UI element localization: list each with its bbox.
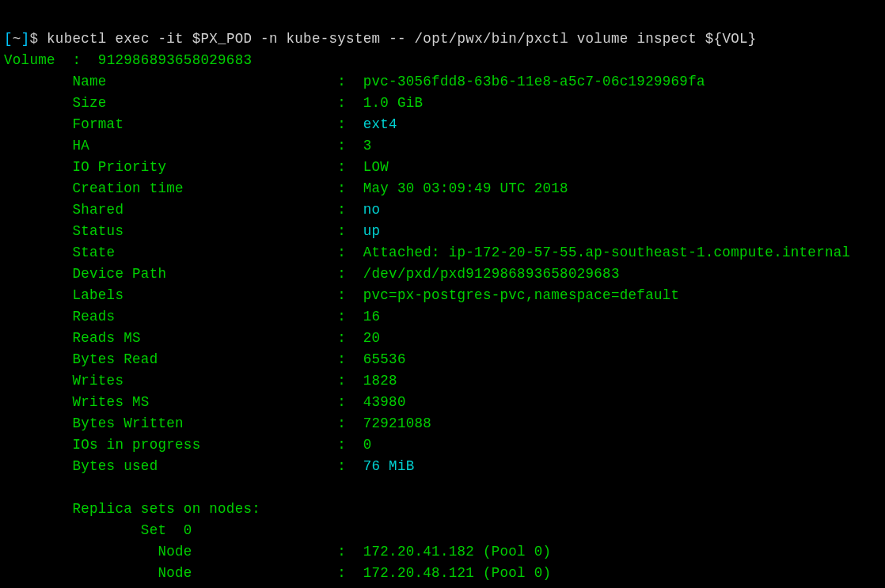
replica-set-label: Set 0	[4, 522, 192, 538]
field-label: Shared :	[4, 202, 363, 218]
field-value: 1.0 GiB	[363, 95, 424, 111]
field-value: no	[363, 202, 381, 218]
field-row: Size : 1.0 GiB	[4, 95, 423, 111]
field-value: 3	[363, 138, 372, 154]
prompt-dollar: $	[29, 31, 38, 47]
field-label: HA :	[4, 138, 363, 154]
replica-node-row: Node : 172.20.41.182 (Pool 0)	[4, 544, 551, 560]
field-row: Bytes Read : 65536	[4, 351, 406, 367]
replica-node-value: 172.20.41.182 (Pool 0)	[363, 544, 552, 560]
replica-node-value: 172.20.48.121 (Pool 0)	[363, 565, 552, 581]
prompt-close-bracket: ]	[21, 31, 30, 47]
field-row: Reads : 16	[4, 309, 380, 324]
field-row: Shared : no	[4, 202, 380, 218]
field-label: Bytes used :	[4, 458, 363, 474]
field-row: Labels : pvc=px-postgres-pvc,namespace=d…	[4, 287, 679, 303]
field-row: Status : up	[4, 223, 380, 239]
terminal-output: [~]$ kubectl exec -it $PX_POD -n kube-sy…	[0, 0, 885, 588]
field-label: Writes :	[4, 373, 363, 389]
volume-sep: :	[55, 52, 98, 68]
field-label: Format :	[4, 116, 363, 132]
field-row: Writes MS : 43980	[4, 394, 406, 410]
replica-block: Replica sets on nodes: Set 0 Node : 172.…	[4, 501, 551, 588]
field-value: 16	[363, 309, 381, 324]
field-row: Name : pvc-3056fdd8-63b6-11e8-a5c7-06c19…	[4, 74, 705, 89]
field-row: IO Priority : LOW	[4, 159, 389, 175]
field-label: State :	[4, 245, 363, 260]
field-label: Bytes Written :	[4, 415, 363, 431]
field-row: State : Attached: ip-172-20-57-55.ap-sou…	[4, 245, 850, 260]
command-content: kubectl exec -it $PX_POD -n kube-system …	[47, 31, 757, 47]
field-value: /dev/pxd/pxd912986893658029683	[363, 266, 620, 282]
field-row: HA : 3	[4, 138, 371, 154]
field-value: 20	[363, 330, 381, 346]
field-value: 0	[363, 437, 372, 453]
field-label: Creation time :	[4, 180, 363, 196]
field-label: Device Path :	[4, 266, 363, 282]
field-label: Labels :	[4, 287, 363, 303]
field-label: IOs in progress :	[4, 437, 363, 453]
field-row: IOs in progress : 0	[4, 437, 371, 453]
field-value: 43980	[363, 394, 406, 410]
field-value: 76 MiB	[363, 458, 415, 474]
field-label: Name :	[4, 74, 363, 89]
field-row: Bytes Written : 72921088	[4, 415, 431, 431]
replica-node-label: Node :	[4, 544, 363, 560]
field-value: Attached: ip-172-20-57-55.ap-southeast-1…	[363, 245, 851, 260]
field-label: Size :	[4, 95, 363, 111]
field-label: IO Priority :	[4, 159, 363, 175]
field-row: Format : ext4	[4, 116, 397, 132]
replica-header: Replica sets on nodes:	[4, 501, 260, 517]
field-value: 1828	[363, 373, 397, 389]
field-row: Creation time : May 30 03:09:49 UTC 2018	[4, 180, 568, 196]
field-value: up	[363, 223, 381, 239]
prompt-open-bracket: [	[4, 31, 13, 47]
field-row: Device Path : /dev/pxd/pxd91298689365802…	[4, 266, 620, 282]
field-label: Writes MS :	[4, 394, 363, 410]
field-row: Reads MS : 20	[4, 330, 380, 346]
field-value: pvc-3056fdd8-63b6-11e8-a5c7-06c1929969fa	[363, 74, 705, 89]
prompt-tilde: ~	[13, 31, 21, 47]
replica-node-label: Node :	[4, 565, 363, 581]
field-value: ext4	[363, 116, 397, 132]
field-value: 72921088	[363, 415, 431, 431]
volume-id: 912986893658029683	[98, 52, 252, 68]
field-row: Bytes used : 76 MiB	[4, 458, 414, 474]
field-row: Writes : 1828	[4, 373, 397, 389]
field-label: Reads MS :	[4, 330, 363, 346]
volume-fields: Name : pvc-3056fdd8-63b6-11e8-a5c7-06c19…	[4, 74, 850, 474]
volume-header-line: Volume : 912986893658029683	[4, 52, 252, 68]
field-value: LOW	[363, 159, 389, 175]
field-label: Reads :	[4, 309, 363, 324]
field-value: May 30 03:09:49 UTC 2018	[363, 180, 568, 196]
command-text[interactable]	[38, 31, 47, 47]
field-label: Status :	[4, 223, 363, 239]
prompt-line-1: [~]$ kubectl exec -it $PX_POD -n kube-sy…	[4, 31, 757, 47]
field-value: pvc=px-postgres-pvc,namespace=default	[363, 287, 680, 303]
replica-node-row: Node : 172.20.48.121 (Pool 0)	[4, 565, 551, 581]
volume-label: Volume	[4, 52, 55, 68]
field-label: Bytes Read :	[4, 351, 363, 367]
field-value: 65536	[363, 351, 406, 367]
